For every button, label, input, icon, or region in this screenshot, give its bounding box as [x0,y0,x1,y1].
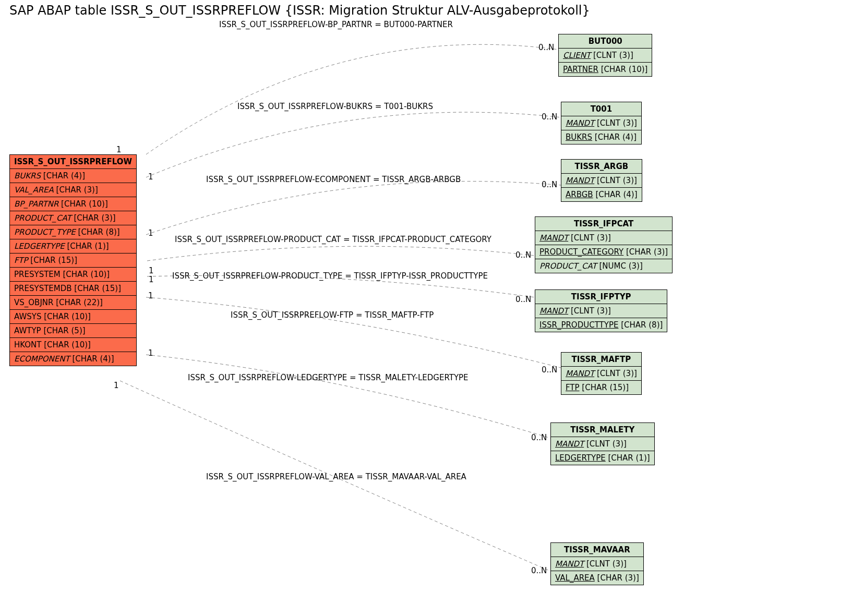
table-tissr-maftp: TISSR_MAFTP MANDT [CLNT (3)]FTP [CHAR (1… [561,352,642,395]
field-row: ARBGB [CHAR (4)] [561,188,642,202]
field-row: MANDT [CLNT (3)] [551,557,644,571]
relation-label: ISSR_S_OUT_ISSRPREFLOW-BP_PARTNR = BUT00… [219,20,453,29]
field-row: ECOMPONENT [CHAR (4)] [10,352,137,366]
cardinality-tgt: 0..N [531,566,547,575]
table-main-header: ISSR_S_OUT_ISSRPREFLOW [10,155,137,169]
field-row: MANDT [CLNT (3)] [561,174,642,188]
field-row: MANDT [CLNT (3)] [561,367,642,381]
field-row: ISSR_PRODUCTTYPE [CHAR (8)] [535,318,667,332]
field-row: PRODUCT_TYPE [CHAR (8)] [10,225,137,239]
field-row: CLIENT [CLNT (3)] [559,49,652,63]
cardinality-tgt: 0..N [515,295,531,304]
table-tissr-ifptyp: TISSR_IFPTYP MANDT [CLNT (3)]ISSR_PRODUC… [535,289,667,332]
cardinality-tgt: 0..N [515,250,531,260]
field-row: MANDT [CLNT (3)] [551,437,655,451]
field-row: PRESYSTEM [CHAR (10)] [10,268,137,282]
field-row: HKONT [CHAR (10)] [10,338,137,352]
cardinality-src: 1 [148,228,153,238]
cardinality-tgt: 0..N [542,365,557,375]
field-row: VAL_AREA [CHAR (3)] [10,183,137,197]
field-row: PRODUCT_CAT [CHAR (3)] [10,211,137,225]
field-row: BUKRS [CHAR (4)] [10,169,137,183]
cardinality-src: 1 [148,172,153,182]
field-row: VAL_AREA [CHAR (3)] [551,571,644,585]
relation-label: ISSR_S_OUT_ISSRPREFLOW-BUKRS = T001-BUKR… [237,102,433,111]
field-row: FTP [CHAR (15)] [10,253,137,268]
relation-label: ISSR_S_OUT_ISSRPREFLOW-PRODUCT_TYPE = TI… [172,271,488,281]
cardinality-tgt: 0..N [542,112,557,122]
table-but000: BUT000 CLIENT [CLNT (3)]PARTNER [CHAR (1… [558,34,652,77]
cardinality-tgt: 0..N [538,43,554,52]
relation-label: ISSR_S_OUT_ISSRPREFLOW-LEDGERTYPE = TISS… [188,373,469,382]
field-row: BUKRS [CHAR (4)] [561,130,642,144]
cardinality-src: 1 [149,266,154,275]
table-tissr-malety: TISSR_MALETY MANDT [CLNT (3)]LEDGERTYPE … [550,422,655,465]
page-title: SAP ABAP table ISSR_S_OUT_ISSRPREFLOW {I… [9,3,590,18]
field-row: FTP [CHAR (15)] [561,381,642,395]
field-row: AWTYP [CHAR (5)] [10,324,137,338]
cardinality-src: 1 [148,291,153,300]
relation-label: ISSR_S_OUT_ISSRPREFLOW-FTP = TISSR_MAFTP… [231,310,434,320]
table-tissr-ifpcat: TISSR_IFPCAT MANDT [CLNT (3)]PRODUCT_CAT… [535,216,673,273]
field-row: PARTNER [CHAR (10)] [559,63,652,77]
relation-label: ISSR_S_OUT_ISSRPREFLOW-VAL_AREA = TISSR_… [206,472,466,481]
field-row: AWSYS [CHAR (10)] [10,310,137,324]
relation-label: ISSR_S_OUT_ISSRPREFLOW-ECOMPONENT = TISS… [206,175,461,184]
cardinality-src: 1 [116,145,122,154]
field-row: BP_PARTNR [CHAR (10)] [10,197,137,211]
field-row: MANDT [CLNT (3)] [535,304,667,318]
cardinality-src: 1 [114,381,119,390]
cardinality-src: 1 [149,275,154,284]
field-row: PRODUCT_CATEGORY [CHAR (3)] [535,245,673,259]
field-row: MANDT [CLNT (3)] [561,116,642,130]
relation-label: ISSR_S_OUT_ISSRPREFLOW-PRODUCT_CAT = TIS… [175,235,491,244]
field-row: PRODUCT_CAT [NUMC (3)] [535,259,673,273]
field-row: MANDT [CLNT (3)] [535,231,673,245]
table-t001: T001 MANDT [CLNT (3)]BUKRS [CHAR (4)] [561,102,642,144]
table-tissr-argb: TISSR_ARGB MANDT [CLNT (3)]ARBGB [CHAR (… [561,159,642,202]
field-row: VS_OBJNR [CHAR (22)] [10,296,137,310]
table-main: ISSR_S_OUT_ISSRPREFLOW BUKRS [CHAR (4)]V… [9,154,137,366]
table-tissr-mavaar: TISSR_MAVAAR MANDT [CLNT (3)]VAL_AREA [C… [550,542,644,585]
field-row: LEDGERTYPE [CHAR (1)] [551,451,655,465]
cardinality-src: 1 [148,348,153,358]
cardinality-tgt: 0..N [542,180,557,189]
field-row: LEDGERTYPE [CHAR (1)] [10,239,137,253]
field-row: PRESYSTEMDB [CHAR (15)] [10,282,137,296]
cardinality-tgt: 0..N [531,433,547,442]
